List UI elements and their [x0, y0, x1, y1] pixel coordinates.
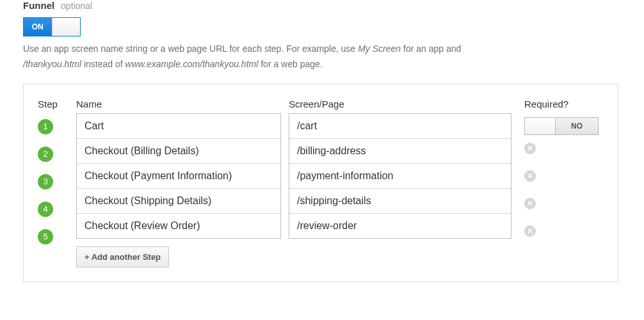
step-page-input[interactable] — [289, 188, 511, 213]
step-badge: 1 — [38, 119, 53, 134]
col-head-required: Required? — [511, 99, 601, 113]
step-badge: 4 — [38, 202, 53, 217]
help-text: Use an app screen name string or a web p… — [23, 42, 612, 72]
remove-step-icon[interactable]: ✕ — [524, 198, 536, 209]
funnel-steps-panel: Step Name Screen/Page Required? 1 2 3 4 … — [23, 84, 618, 282]
col-head-name: Name — [76, 99, 281, 113]
toggle-on-label: ON — [24, 18, 52, 36]
step-badge: 3 — [38, 174, 53, 189]
required-toggle-blank — [525, 118, 556, 134]
step-page-input[interactable] — [289, 213, 511, 238]
remove-step-icon[interactable]: ✕ — [524, 143, 536, 154]
col-head-step: Step — [38, 99, 76, 113]
step-page-input[interactable] — [289, 114, 511, 138]
add-step-button[interactable]: + Add another Step — [76, 246, 169, 268]
section-title: Funnel — [23, 0, 54, 11]
toggle-off-side — [52, 18, 81, 36]
remove-step-icon[interactable]: ✕ — [524, 170, 536, 182]
required-toggle[interactable]: NO — [524, 117, 599, 135]
col-head-page: Screen/Page — [289, 99, 511, 113]
step-badge: 5 — [38, 229, 53, 244]
step-page-input[interactable] — [289, 163, 511, 188]
step-badge: 2 — [38, 147, 53, 162]
step-name-input[interactable] — [77, 213, 280, 238]
optional-label: optional — [61, 1, 92, 11]
step-name-input[interactable] — [77, 138, 280, 163]
remove-step-icon[interactable]: ✕ — [524, 225, 536, 237]
step-name-input[interactable] — [77, 114, 280, 138]
funnel-toggle[interactable]: ON — [23, 17, 81, 36]
step-page-input[interactable] — [289, 138, 511, 163]
step-name-input[interactable] — [77, 163, 280, 188]
required-toggle-no-label: NO — [556, 118, 598, 134]
step-name-input[interactable] — [77, 188, 280, 213]
